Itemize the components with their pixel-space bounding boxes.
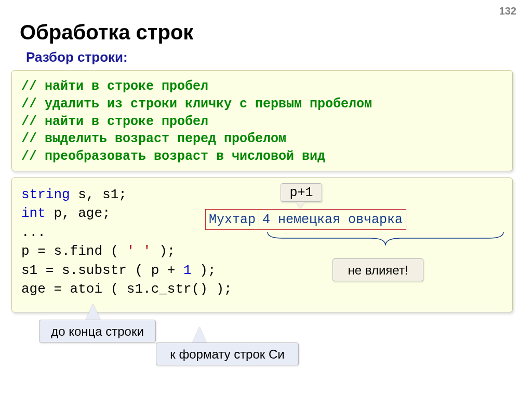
code-line: age = atoi ( s1.c_str() ); [21,280,503,298]
segment-rest: 4 немецкая овчарка [259,210,406,229]
comment-line: // выделить возраст перед пробелом [21,130,503,148]
p-plus-1-label: p+1 [281,183,322,202]
comment-line: // найти в строке пробел [21,113,503,131]
callout-c-string-format: к формату строк Си [156,342,299,365]
brace-icon [267,231,504,246]
keyword: int [21,205,46,221]
callout-pointer-icon [192,327,207,344]
comment-block: // найти в строке пробел // удалить из с… [11,70,513,171]
string-row: Мухтар 4 немецкая овчарка [205,209,406,230]
page-number: 132 [499,5,516,17]
number-literal: 1 [183,263,192,278]
comment-line: // преобразовать возраст в числовой вид [21,148,503,166]
code-text: ); [192,263,216,278]
code-line: s1 = s.substr ( p + 1 ); [21,261,503,280]
code-text: ); [151,243,176,259]
comment-line: // удалить из строки кличку с первым про… [21,95,503,113]
string-diagram: p+1 Мухтар 4 немецкая овчарка [205,183,507,251]
code-text: s, s1; [70,187,127,202]
keyword: string [21,187,70,202]
char-literal: ' ' [127,243,151,259]
comment-line: // найти в строке пробел [21,78,503,95]
subtitle: Разбор строки: [26,49,128,65]
code-text: p = s.find ( [21,243,127,259]
segment-name: Мухтар [206,210,259,229]
code-text: s1 = s.substr ( p + [21,263,183,278]
code-text: p, age; [46,205,111,221]
callout-pointer-icon [86,304,100,320]
no-effect-callout: не влияет! [332,258,423,281]
pointer-down-icon [296,202,304,209]
page-title: Обработка строк [20,21,193,44]
callout-end-of-string: до конца строки [39,320,156,342]
